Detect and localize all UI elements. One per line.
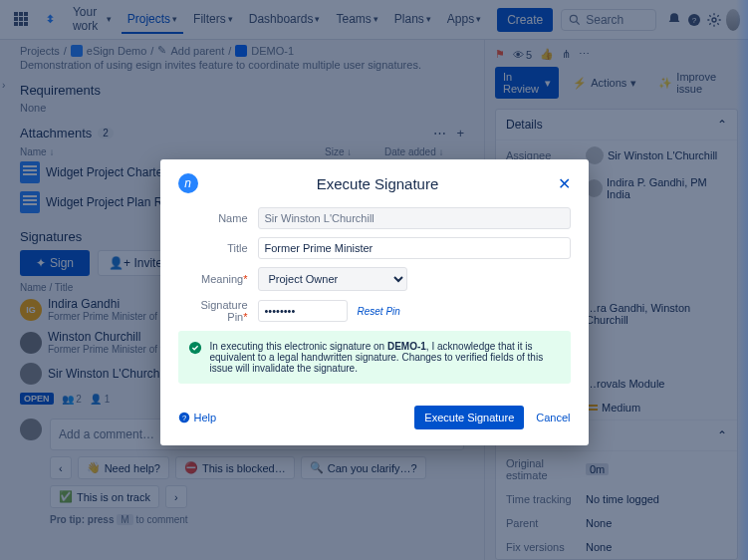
close-button[interactable]: ✕	[558, 174, 571, 193]
reset-pin-link[interactable]: Reset Pin	[358, 306, 400, 317]
app-logo-icon: n	[178, 173, 198, 193]
acknowledgment-notice: In executing this electronic signature o…	[178, 331, 571, 384]
svg-text:?: ?	[181, 414, 185, 422]
execute-signature-dialog: n Execute Signature ✕ Name Title Meaning…	[160, 159, 589, 445]
name-field	[258, 207, 571, 229]
pin-input[interactable]	[258, 300, 348, 322]
title-input[interactable]	[258, 237, 571, 259]
execute-signature-button[interactable]: Execute Signature	[414, 406, 524, 429]
help-icon: ?	[178, 412, 190, 423]
meaning-select[interactable]: Project Owner	[258, 267, 407, 291]
modal-overlay: n Execute Signature ✕ Name Title Meaning…	[0, 0, 748, 560]
dialog-title: Execute Signature	[198, 175, 558, 192]
cancel-button[interactable]: Cancel	[536, 412, 570, 423]
name-label: Name	[178, 212, 258, 224]
title-label: Title	[178, 242, 258, 254]
help-link[interactable]: ? Help	[178, 412, 217, 423]
check-circle-icon	[188, 341, 202, 355]
meaning-label: Meaning*	[178, 273, 258, 285]
pin-label: Signature Pin*	[178, 299, 258, 323]
